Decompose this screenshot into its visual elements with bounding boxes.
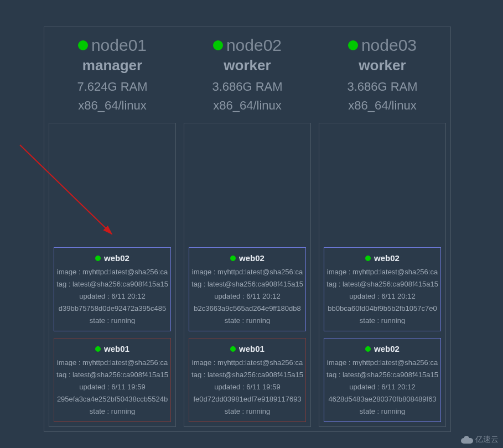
node-role: manager — [49, 57, 176, 74]
node-header: node03 worker 3.686G RAM x86_64/linux — [319, 36, 446, 113]
tasks-area: web02 image : myhttpd:latest@sha256:ca t… — [49, 123, 176, 427]
node-col-1: node02 worker 3.686G RAM x86_64/linux we… — [184, 36, 311, 427]
task-id: d39bb75758d0de92472a395c485 — [55, 305, 169, 312]
node-ram: 7.624G RAM — [49, 80, 176, 94]
task-status-dot-icon — [230, 256, 236, 261]
status-dot-icon — [213, 40, 223, 50]
task-state: state : running — [55, 408, 169, 415]
task-name: web02 — [374, 253, 400, 263]
task-image: image : myhttpd:latest@sha256:ca — [190, 359, 304, 366]
cloud-icon — [461, 436, 473, 444]
task-name: web02 — [374, 344, 400, 353]
task-card[interactable]: web02 image : myhttpd:latest@sha256:ca t… — [189, 247, 306, 331]
task-state: state : running — [190, 408, 304, 415]
node-ram: 3.686G RAM — [184, 80, 311, 94]
task-state: state : running — [55, 317, 169, 324]
node-role: worker — [319, 57, 446, 74]
task-updated: updated : 6/11 20:12 — [55, 293, 169, 300]
node-role: worker — [184, 57, 311, 74]
task-state: state : running — [325, 408, 439, 415]
task-status-dot-icon — [365, 346, 371, 352]
task-name: web01 — [104, 344, 129, 353]
node-arch: x86_64/linux — [319, 98, 446, 113]
status-dot-icon — [78, 40, 88, 50]
node-name: node03 — [361, 36, 417, 55]
task-image: image : myhttpd:latest@sha256:ca — [55, 359, 169, 366]
tasks-area: web02 image : myhttpd:latest@sha256:ca t… — [184, 123, 311, 427]
task-updated: updated : 6/11 20:12 — [325, 293, 439, 300]
task-name: web01 — [239, 344, 265, 353]
task-card[interactable]: web02 image : myhttpd:latest@sha256:ca t… — [54, 247, 171, 331]
node-ram: 3.686G RAM — [319, 80, 446, 94]
task-card[interactable]: web01 image : myhttpd:latest@sha256:ca t… — [189, 338, 306, 422]
tasks-area: web02 image : myhttpd:latest@sha256:ca t… — [319, 123, 446, 427]
task-card[interactable]: web02 image : myhttpd:latest@sha256:ca t… — [324, 338, 441, 422]
task-tag: tag : latest@sha256:ca908f415a15 — [190, 280, 304, 288]
task-tag: tag : latest@sha256:ca908f415a15 — [55, 371, 169, 378]
task-updated: updated : 6/11 19:59 — [55, 383, 169, 390]
node-header: node02 worker 3.686G RAM x86_64/linux — [184, 36, 311, 113]
task-name: web02 — [239, 253, 265, 263]
task-updated: updated : 6/11 20:12 — [325, 383, 439, 390]
task-updated: updated : 6/11 19:59 — [190, 383, 304, 390]
watermark: 亿速云 — [461, 435, 499, 445]
task-id: 4628d5483ae280370fb808489f63 — [325, 395, 439, 403]
node-col-2: node03 worker 3.686G RAM x86_64/linux we… — [319, 36, 446, 427]
task-id: 295efa3ca4e252bf50438ccb5524b — [55, 395, 169, 403]
task-image: image : myhttpd:latest@sha256:ca — [55, 268, 169, 275]
watermark-text: 亿速云 — [475, 435, 499, 445]
status-dot-icon — [348, 40, 358, 50]
task-status-dot-icon — [230, 346, 236, 352]
node-arch: x86_64/linux — [49, 98, 176, 113]
task-id: b2c3663a9c565ad264e9ff180db8 — [190, 305, 304, 312]
task-status-dot-icon — [95, 256, 101, 261]
task-tag: tag : latest@sha256:ca908f415a15 — [190, 371, 304, 378]
task-tag: tag : latest@sha256:ca908f415a15 — [325, 280, 439, 288]
task-image: image : myhttpd:latest@sha256:ca — [325, 359, 439, 366]
node-arch: x86_64/linux — [184, 98, 311, 113]
task-tag: tag : latest@sha256:ca908f415a15 — [55, 280, 169, 288]
nodes-row: node01 manager 7.624G RAM x86_64/linux w… — [49, 36, 446, 427]
task-id: bb0bca60fd04bf9b5b2fb1057c7e0 — [325, 305, 439, 312]
task-image: image : myhttpd:latest@sha256:ca — [190, 268, 304, 275]
node-name: node02 — [226, 36, 282, 55]
task-state: state : running — [325, 317, 439, 324]
task-name: web02 — [104, 253, 129, 263]
node-header: node01 manager 7.624G RAM x86_64/linux — [49, 36, 176, 113]
task-status-dot-icon — [365, 256, 371, 261]
node-name: node01 — [91, 36, 147, 55]
task-card[interactable]: web02 image : myhttpd:latest@sha256:ca t… — [324, 247, 441, 331]
task-status-dot-icon — [95, 346, 101, 352]
task-tag: tag : latest@sha256:ca908f415a15 — [325, 371, 439, 378]
visualizer-panel: node01 manager 7.624G RAM x86_64/linux w… — [44, 27, 451, 432]
task-card[interactable]: web01 image : myhttpd:latest@sha256:ca t… — [54, 338, 171, 422]
task-state: state : running — [190, 317, 304, 324]
task-image: image : myhttpd:latest@sha256:ca — [325, 268, 439, 275]
node-col-0: node01 manager 7.624G RAM x86_64/linux w… — [49, 36, 176, 427]
task-updated: updated : 6/11 20:12 — [190, 293, 304, 300]
task-id: fe0d72dd03981edf7e9189117693 — [190, 395, 304, 403]
